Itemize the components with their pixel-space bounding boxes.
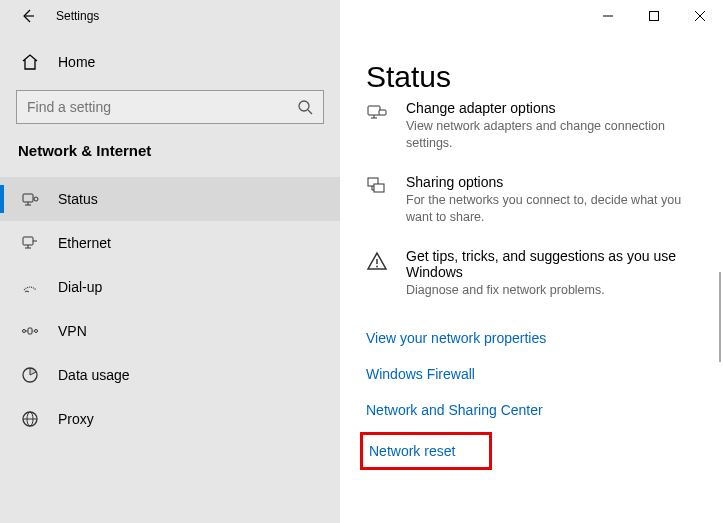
sidebar-item-label: Data usage [58,367,130,383]
sidebar-item-datausage[interactable]: Data usage [0,353,340,397]
svg-point-34 [376,265,378,267]
vpn-icon [18,322,42,340]
svg-rect-25 [368,106,380,115]
close-button[interactable] [677,0,723,32]
sidebar-item-proxy[interactable]: Proxy [0,397,340,441]
proxy-icon [18,410,42,428]
sharing-icon [366,174,396,226]
sidebar-item-label: Proxy [58,411,94,427]
content-area: Status Change adapter options View netwo… [340,32,723,523]
setting-title: Change adapter options [406,100,703,116]
sidebar: Home Network & Internet Status Ethernet [0,32,340,523]
svg-rect-28 [379,110,386,115]
svg-line-6 [308,110,312,114]
search-input[interactable] [16,90,324,124]
svg-rect-18 [28,328,32,334]
home-icon [18,53,42,71]
svg-rect-7 [23,194,33,202]
setting-adapter-options[interactable]: Change adapter options View network adap… [366,100,723,152]
sidebar-item-status[interactable]: Status [0,177,340,221]
svg-rect-2 [650,12,659,21]
status-icon [18,190,42,208]
dialup-icon [18,278,42,296]
minimize-button[interactable] [585,0,631,32]
svg-point-10 [34,197,38,201]
setting-desc: Diagnose and fix network problems. [406,282,703,299]
window-title: Settings [56,9,99,23]
setting-title: Sharing options [406,174,703,190]
link-network-sharing-center[interactable]: Network and Sharing Center [366,392,723,428]
search-field[interactable] [27,99,297,115]
maximize-button[interactable] [631,0,677,32]
link-network-reset[interactable]: Network reset [369,441,455,461]
svg-point-15 [23,330,26,333]
setting-sharing-options[interactable]: Sharing options For the networks you con… [366,174,723,226]
sidebar-item-vpn[interactable]: VPN [0,309,340,353]
back-button[interactable] [8,0,48,32]
home-nav[interactable]: Home [0,42,340,82]
home-label: Home [58,54,95,70]
sidebar-item-label: VPN [58,323,87,339]
sidebar-item-ethernet[interactable]: Ethernet [0,221,340,265]
data-usage-icon [18,366,42,384]
setting-tips[interactable]: Get tips, tricks, and suggestions as you… [366,248,723,299]
category-label: Network & Internet [0,142,340,177]
adapter-icon [366,100,396,152]
scrollbar[interactable] [719,272,721,362]
warning-icon [366,248,396,299]
setting-desc: View network adapters and change connect… [406,118,703,152]
svg-point-16 [35,330,38,333]
page-title: Status [366,32,723,104]
sidebar-item-dialup[interactable]: Dial-up [0,265,340,309]
sidebar-item-label: Ethernet [58,235,111,251]
highlight-box: Network reset [360,432,492,470]
svg-point-5 [299,101,309,111]
setting-desc: For the networks you connect to, decide … [406,192,703,226]
svg-rect-30 [374,184,384,192]
sidebar-item-label: Status [58,191,98,207]
link-windows-firewall[interactable]: Windows Firewall [366,356,723,392]
sidebar-item-label: Dial-up [58,279,102,295]
link-network-properties[interactable]: View your network properties [366,320,723,356]
ethernet-icon [18,234,42,252]
setting-title: Get tips, tricks, and suggestions as you… [406,248,703,280]
svg-rect-11 [23,237,33,245]
search-icon [297,99,313,115]
